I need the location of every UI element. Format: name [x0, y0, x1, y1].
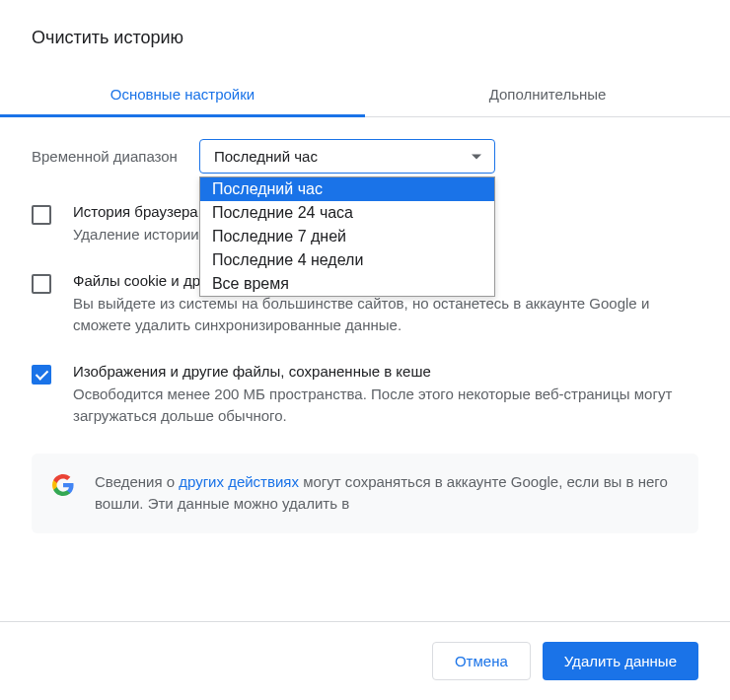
time-range-label: Временной диапазон	[32, 148, 178, 165]
dropdown-option-4w[interactable]: Последние 4 недели	[200, 248, 494, 272]
dropdown-option-all[interactable]: Все время	[200, 272, 494, 296]
time-range-row: Временной диапазон Последний час Последн…	[32, 139, 698, 174]
time-range-select[interactable]: Последний час	[199, 139, 495, 174]
dropdown-option-24h[interactable]: Последние 24 часа	[200, 201, 494, 225]
option-desc: Освободится менее 200 МБ пространства. П…	[73, 384, 698, 428]
dropdown-option-7d[interactable]: Последние 7 дней	[200, 225, 494, 248]
google-logo-icon	[51, 473, 75, 497]
clear-data-button[interactable]: Удалить данные	[543, 642, 698, 680]
tabs: Основные настройки Дополнительные	[0, 72, 730, 117]
dialog-title: Очистить историю	[32, 28, 698, 48]
option-desc: Вы выйдете из системы на большинстве сай…	[73, 293, 698, 337]
time-range-dropdown: Последний час Последние 24 часа Последни…	[199, 176, 495, 297]
option-cache: Изображения и другие файлы, сохраненные …	[32, 363, 698, 428]
info-text-before: Сведения о	[95, 473, 179, 490]
dialog-footer: Отмена Удалить данные	[0, 621, 730, 700]
checkbox-cookies[interactable]	[32, 274, 51, 294]
tab-advanced[interactable]: Дополнительные	[365, 72, 730, 116]
checkbox-cache[interactable]	[32, 365, 51, 385]
clear-history-dialog: Очистить историю Основные настройки Допо…	[0, 0, 730, 533]
time-range-select-wrap: Последний час Последний час Последние 24…	[199, 139, 495, 174]
option-text: Изображения и другие файлы, сохраненные …	[73, 363, 698, 428]
dropdown-option-last-hour[interactable]: Последний час	[200, 177, 494, 201]
tab-basic[interactable]: Основные настройки	[0, 72, 365, 116]
checkbox-browsing-history[interactable]	[32, 205, 51, 225]
option-title: Изображения и другие файлы, сохраненные …	[73, 363, 698, 380]
cancel-button[interactable]: Отмена	[432, 642, 531, 680]
info-text: Сведения о других действиях могут сохран…	[95, 471, 679, 516]
time-range-selected-value: Последний час	[214, 148, 318, 165]
google-info-box: Сведения о других действиях могут сохран…	[32, 454, 698, 533]
chevron-down-icon	[472, 154, 481, 159]
other-actions-link[interactable]: других действиях	[179, 473, 299, 490]
dialog-content: Временной диапазон Последний час Последн…	[32, 117, 698, 533]
